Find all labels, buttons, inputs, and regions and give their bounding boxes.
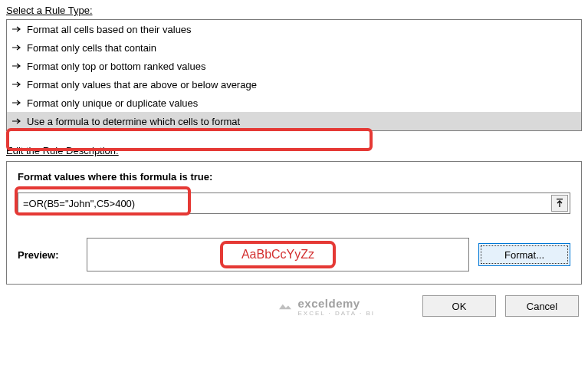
rule-type-text: Format only top or bottom ranked values	[27, 61, 205, 72]
rule-type-text: Format only values that are above or bel…	[27, 79, 257, 90]
arrow-right-icon	[11, 81, 22, 88]
arrow-right-icon	[11, 117, 22, 125]
format-button[interactable]: Format...	[478, 243, 570, 266]
rule-type-item[interactable]: Format only unique or duplicate values	[7, 94, 581, 112]
watermark-tag: EXCEL · DATA · BI	[297, 310, 375, 317]
rule-type-item[interactable]: Format only top or bottom ranked values	[7, 57, 581, 75]
select-rule-type-label: Select a Rule Type:	[6, 5, 582, 16]
watermark: exceldemy EXCEL · DATA · BI	[278, 297, 375, 317]
rule-type-text: Format only cells that contain	[27, 42, 156, 54]
svg-rect-0	[557, 199, 563, 199]
collapse-dialog-button[interactable]	[551, 195, 568, 212]
arrow-right-icon	[11, 99, 22, 107]
arrow-right-icon	[11, 62, 22, 70]
preview-sample-text: AaBbCcYyZz	[220, 241, 336, 268]
edit-rule-description-label: Edit the Rule Description:	[6, 145, 582, 156]
preview-box: AaBbCcYyZz	[87, 238, 469, 271]
arrow-right-icon	[11, 25, 22, 33]
logo-icon	[278, 301, 293, 313]
rule-type-text: Use a formula to determine which cells t…	[27, 116, 240, 127]
arrow-right-icon	[11, 44, 22, 51]
formula-input-wrapper[interactable]: =OR(B5="John",C5>400)	[18, 192, 570, 214]
rule-type-item[interactable]: Format only values that are above or bel…	[7, 75, 581, 94]
formula-input[interactable]: =OR(B5="John",C5>400)	[18, 198, 551, 209]
rule-type-item[interactable]: Format all cells based on their values	[7, 20, 581, 38]
ok-button[interactable]: OK	[422, 295, 496, 317]
rule-type-item-selected[interactable]: Use a formula to determine which cells t…	[7, 112, 581, 130]
rule-description-panel: Format values where this formula is true…	[6, 161, 582, 285]
rule-type-text: Format all cells based on their values	[27, 24, 192, 35]
rule-type-listbox[interactable]: Format all cells based on their values F…	[6, 19, 582, 131]
rule-type-text: Format only unique or duplicate values	[27, 97, 198, 109]
watermark-brand: exceldemy	[297, 297, 360, 310]
rule-type-item[interactable]: Format only cells that contain	[7, 38, 581, 57]
preview-label: Preview:	[18, 249, 77, 261]
formula-label: Format values where this formula is true…	[18, 171, 570, 183]
formula-row: =OR(B5="John",C5>400)	[18, 190, 570, 216]
cancel-button[interactable]: Cancel	[505, 295, 579, 317]
